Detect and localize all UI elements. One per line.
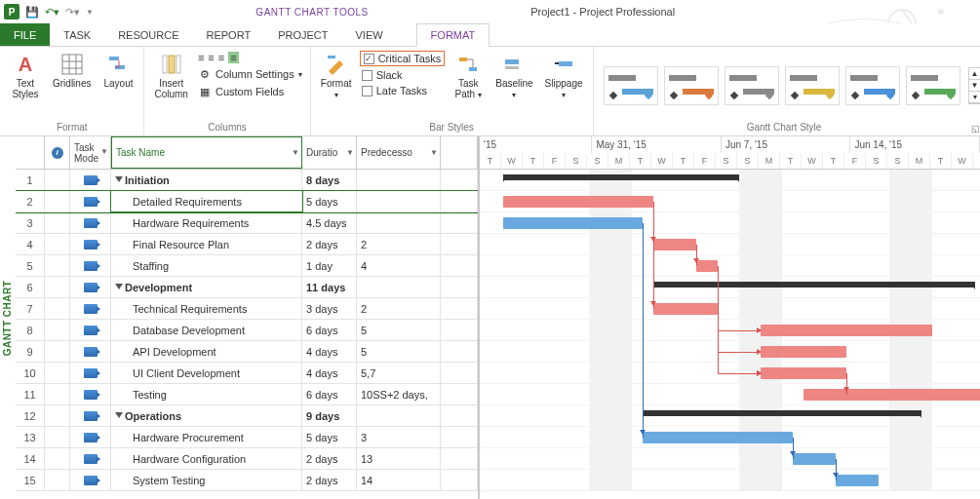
- table-row[interactable]: 9API Development4 days5: [16, 341, 478, 363]
- gallery-more-icon[interactable]: ▾: [969, 92, 980, 103]
- row-mode[interactable]: [70, 448, 111, 469]
- row-extra[interactable]: [441, 234, 478, 254]
- row-duration[interactable]: 2 days: [302, 448, 357, 469]
- row-info[interactable]: [45, 320, 70, 340]
- row-info[interactable]: [45, 170, 70, 190]
- row-info[interactable]: [45, 427, 70, 447]
- row-mode[interactable]: [70, 191, 111, 211]
- align-row[interactable]: ≡ ≡ ≡ ≡: [196, 51, 304, 64]
- gantt-chart[interactable]: '15May 31, '15Jun 7, '15Jun 14, '15 TWTF…: [480, 136, 980, 499]
- align-center-icon[interactable]: ≡: [208, 52, 214, 63]
- row-mode[interactable]: [70, 212, 111, 233]
- row-info[interactable]: [45, 448, 70, 469]
- gallery-down-icon[interactable]: ▼: [969, 80, 980, 92]
- row-task-name[interactable]: Hardware Requirements: [111, 212, 302, 233]
- gridlines-button[interactable]: Gridlines: [49, 51, 95, 91]
- gallery-item[interactable]: [845, 66, 900, 105]
- dialog-launcher-icon[interactable]: ◱: [969, 124, 980, 134]
- row-duration[interactable]: 6 days: [302, 384, 357, 404]
- task-bar[interactable]: [836, 475, 879, 486]
- row-predecessors[interactable]: 5: [357, 341, 441, 362]
- header-duration[interactable]: Duratio▼: [302, 136, 357, 169]
- row-predecessors[interactable]: [357, 191, 441, 211]
- layout-button[interactable]: Layout: [98, 51, 137, 91]
- critical-tasks-checkbox[interactable]: Critical Tasks: [360, 51, 446, 66]
- gallery-item[interactable]: [785, 66, 840, 105]
- header-info[interactable]: i: [45, 136, 70, 169]
- row-number[interactable]: 10: [16, 363, 45, 383]
- table-row[interactable]: 3Hardware Requirements4.5 days: [16, 212, 478, 234]
- task-bar[interactable]: [643, 432, 793, 443]
- view-label[interactable]: GANTT CHART: [0, 136, 16, 499]
- row-predecessors[interactable]: [357, 212, 441, 233]
- row-predecessors[interactable]: 5: [357, 320, 441, 340]
- table-row[interactable]: 7Technical Requirements3 days2: [16, 298, 478, 320]
- row-predecessors[interactable]: [357, 405, 441, 426]
- table-row[interactable]: 11Testing6 days10SS+2 days,: [16, 384, 478, 405]
- header-predecessors[interactable]: Predecesso▼: [357, 136, 441, 169]
- row-mode[interactable]: [70, 427, 111, 447]
- summary-bar[interactable]: [643, 410, 921, 416]
- gallery-item[interactable]: [664, 66, 719, 105]
- row-number[interactable]: 4: [16, 234, 45, 254]
- row-task-name[interactable]: Development: [111, 277, 302, 297]
- row-number[interactable]: 15: [16, 470, 45, 490]
- row-mode[interactable]: [70, 170, 111, 190]
- row-task-name[interactable]: UI Client Development: [111, 363, 302, 383]
- row-info[interactable]: [45, 405, 70, 426]
- slippage-button[interactable]: Slippage▾: [541, 51, 587, 102]
- table-row[interactable]: 4Final Resource Plan2 days2: [16, 234, 478, 255]
- row-number[interactable]: 8: [16, 320, 45, 340]
- task-bar[interactable]: [503, 217, 643, 229]
- row-mode[interactable]: [70, 234, 111, 254]
- row-number[interactable]: 2: [16, 191, 45, 211]
- tab-project[interactable]: PROJECT: [264, 23, 341, 46]
- row-info[interactable]: [45, 470, 70, 490]
- row-task-name[interactable]: Hardware Procurement: [111, 427, 302, 447]
- gallery-item[interactable]: [604, 66, 658, 105]
- row-extra[interactable]: [441, 298, 478, 319]
- table-row[interactable]: 13Hardware Procurement5 days3: [16, 427, 478, 448]
- row-extra[interactable]: [441, 448, 478, 469]
- row-duration[interactable]: 4.5 days: [302, 212, 357, 233]
- row-info[interactable]: [45, 191, 70, 211]
- row-predecessors[interactable]: [357, 170, 441, 190]
- gallery-item[interactable]: [725, 66, 779, 105]
- row-number[interactable]: 7: [16, 298, 45, 319]
- row-duration[interactable]: 2 days: [302, 234, 357, 254]
- row-info[interactable]: [45, 341, 70, 362]
- row-number[interactable]: 9: [16, 341, 45, 362]
- header-add-column[interactable]: [441, 136, 478, 169]
- row-task-name[interactable]: Operations: [111, 405, 302, 426]
- tab-resource[interactable]: RESOURCE: [104, 23, 192, 46]
- row-mode[interactable]: [70, 320, 111, 340]
- header-task-name[interactable]: Task Name▼: [111, 136, 302, 169]
- row-number[interactable]: 13: [16, 427, 45, 447]
- row-task-name[interactable]: Staffing: [111, 255, 302, 276]
- row-extra[interactable]: [441, 363, 478, 383]
- row-info[interactable]: [45, 234, 70, 254]
- header-task-mode[interactable]: Task Mode▼: [70, 136, 111, 169]
- table-row[interactable]: 1Initiation8 days: [16, 170, 478, 191]
- row-mode[interactable]: [70, 470, 111, 490]
- row-extra[interactable]: [441, 255, 478, 276]
- row-task-name[interactable]: Database Development: [111, 320, 302, 340]
- text-styles-button[interactable]: A Text Styles: [6, 51, 45, 101]
- row-extra[interactable]: [441, 212, 478, 233]
- tab-format[interactable]: FORMAT: [416, 23, 490, 47]
- baseline-button[interactable]: Baseline▾: [491, 51, 536, 102]
- row-mode[interactable]: [70, 255, 111, 276]
- table-row[interactable]: 15System Testing2 days14: [16, 470, 478, 491]
- row-extra[interactable]: [441, 341, 478, 362]
- row-info[interactable]: [45, 384, 70, 404]
- row-predecessors[interactable]: 10SS+2 days,: [357, 384, 441, 404]
- table-row[interactable]: 2Detailed Requirements5 days: [16, 191, 478, 212]
- row-predecessors[interactable]: [357, 277, 441, 297]
- row-number[interactable]: 3: [16, 212, 45, 233]
- save-icon[interactable]: 💾: [25, 6, 39, 19]
- qat-customize-icon[interactable]: ▼: [86, 8, 94, 17]
- row-duration[interactable]: 9 days: [302, 405, 357, 426]
- row-duration[interactable]: 5 days: [302, 427, 357, 447]
- row-number[interactable]: 11: [16, 384, 45, 404]
- tab-view[interactable]: VIEW: [341, 23, 396, 46]
